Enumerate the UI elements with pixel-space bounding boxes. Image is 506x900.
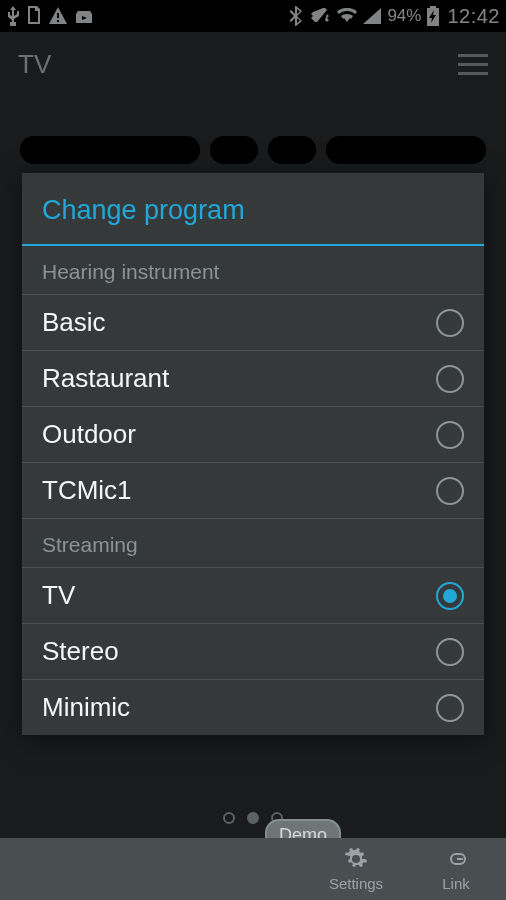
- program-label: TCMic1: [42, 475, 132, 506]
- dialog-title: Change program: [22, 173, 484, 246]
- program-label: Stereo: [42, 636, 119, 667]
- radio-unchecked-icon: [436, 365, 464, 393]
- program-option-outdoor[interactable]: Outdoor: [22, 407, 484, 463]
- link-icon: [444, 847, 468, 874]
- radio-unchecked-icon: [436, 421, 464, 449]
- bottom-nav: Settings Link: [0, 838, 506, 900]
- program-option-restaurant[interactable]: Rastaurant: [22, 351, 484, 407]
- section-header-streaming: Streaming: [22, 519, 484, 568]
- program-label: Rastaurant: [42, 363, 169, 394]
- radio-checked-icon: [436, 582, 464, 610]
- program-option-stereo[interactable]: Stereo: [22, 624, 484, 680]
- program-option-tcmic1[interactable]: TCMic1: [22, 463, 484, 519]
- program-label: TV: [42, 580, 75, 611]
- program-option-basic[interactable]: Basic: [22, 295, 484, 351]
- section-header-hearing: Hearing instrument: [22, 246, 484, 295]
- program-option-minimic[interactable]: Minimic: [22, 680, 484, 735]
- radio-unchecked-icon: [436, 477, 464, 505]
- program-label: Minimic: [42, 692, 130, 723]
- radio-unchecked-icon: [436, 638, 464, 666]
- nav-link-label: Link: [442, 875, 470, 892]
- change-program-dialog: Change program Hearing instrument Basic …: [22, 173, 484, 735]
- nav-link[interactable]: Link: [406, 838, 506, 900]
- nav-settings[interactable]: Settings: [306, 838, 406, 900]
- radio-unchecked-icon: [436, 309, 464, 337]
- program-label: Outdoor: [42, 419, 136, 450]
- program-option-tv[interactable]: TV: [22, 568, 484, 624]
- nav-settings-label: Settings: [329, 875, 383, 892]
- page-indicator: [0, 812, 506, 824]
- program-label: Basic: [42, 307, 106, 338]
- radio-unchecked-icon: [436, 694, 464, 722]
- gear-icon: [344, 847, 368, 874]
